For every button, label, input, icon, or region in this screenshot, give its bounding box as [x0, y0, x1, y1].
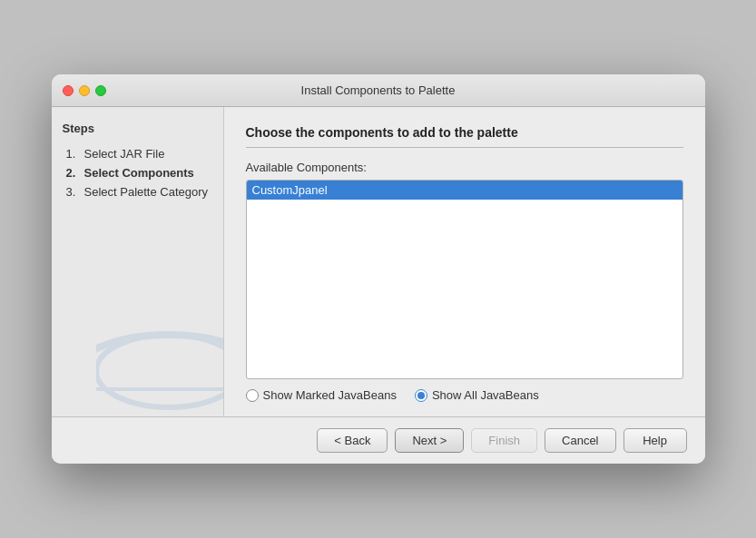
sidebar: Steps 1. Select JAR File 2. Select Compo…	[52, 107, 224, 416]
finish-button[interactable]: Finish	[471, 428, 537, 453]
maximize-button[interactable]	[95, 85, 106, 96]
radio-all-circle[interactable]	[415, 389, 427, 402]
step-3-label: Select Palette Category	[84, 185, 209, 199]
titlebar: Install Components to Palette	[52, 74, 705, 107]
step-2-label: Select Components	[84, 166, 194, 180]
radio-marked-circle[interactable]	[246, 389, 259, 402]
available-components-label: Available Components:	[246, 161, 683, 174]
content-area: Steps 1. Select JAR File 2. Select Compo…	[52, 107, 705, 416]
next-button[interactable]: Next >	[395, 428, 464, 453]
components-list[interactable]: CustomJpanel	[246, 180, 683, 379]
button-bar: < Back Next > Finish Cancel Help	[52, 416, 705, 464]
step-2: 2. Select Components	[63, 163, 212, 182]
svg-point-1	[96, 335, 224, 407]
step-1-label: Select JAR File	[84, 147, 165, 161]
close-button[interactable]	[63, 85, 74, 96]
radio-group: Show Marked JavaBeans Show All JavaBeans	[246, 388, 683, 402]
window-title: Install Components to Palette	[301, 83, 456, 97]
watermark-decoration	[96, 317, 224, 416]
step-1-number: 1.	[66, 147, 81, 161]
traffic-lights	[63, 85, 106, 96]
radio-show-all[interactable]: Show All JavaBeans	[415, 388, 539, 402]
component-item-custompanel[interactable]: CustomJpanel	[247, 181, 682, 200]
main-panel: Choose the components to add to the pale…	[224, 107, 705, 416]
step-2-number: 2.	[66, 166, 81, 180]
steps-list: 1. Select JAR File 2. Select Components …	[63, 144, 212, 201]
sidebar-heading: Steps	[63, 122, 212, 135]
step-3-number: 3.	[66, 185, 81, 199]
back-button[interactable]: < Back	[317, 428, 388, 453]
main-window: Install Components to Palette Steps 1. S…	[52, 74, 705, 464]
cancel-button[interactable]: Cancel	[545, 428, 615, 453]
radio-marked-label: Show Marked JavaBeans	[263, 388, 397, 402]
minimize-button[interactable]	[79, 85, 90, 96]
radio-all-label: Show All JavaBeans	[432, 388, 539, 402]
radio-show-marked[interactable]: Show Marked JavaBeans	[246, 388, 397, 402]
help-button[interactable]: Help	[623, 428, 687, 453]
step-1: 1. Select JAR File	[63, 144, 212, 163]
step-3: 3. Select Palette Category	[63, 182, 212, 201]
main-header: Choose the components to add to the pale…	[246, 125, 683, 148]
